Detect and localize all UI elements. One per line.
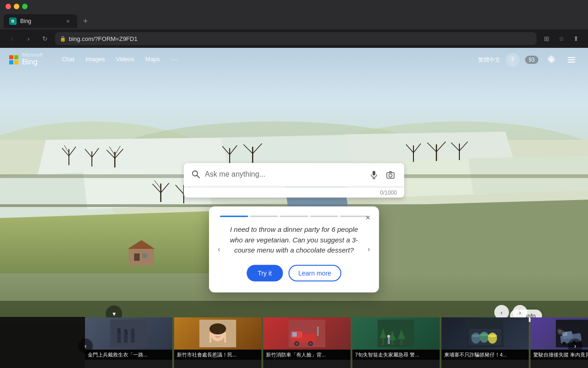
user-avatar[interactable]: 子: [506, 53, 520, 67]
settings-icon[interactable]: [544, 52, 559, 67]
nav-images-link[interactable]: Images: [81, 54, 110, 66]
svg-point-115: [480, 334, 489, 336]
news-image-4: [352, 317, 440, 350]
svg-point-82: [131, 328, 135, 332]
maximize-window-button[interactable]: [22, 4, 28, 9]
minimize-window-button[interactable]: [14, 4, 19, 9]
learn-more-button[interactable]: Learn more: [288, 264, 342, 281]
microsoft-logo-squares: [9, 55, 18, 64]
svg-point-89: [219, 331, 221, 334]
news-item-2[interactable]: 新竹市社會處長惹議！民...: [174, 317, 261, 368]
svg-point-99: [309, 342, 312, 345]
popup-next-button[interactable]: ›: [362, 243, 375, 256]
svg-rect-54: [129, 248, 154, 265]
bookmark-icon[interactable]: ☆: [555, 32, 568, 45]
reward-points[interactable]: 93: [525, 56, 538, 64]
reload-button[interactable]: ↻: [39, 32, 51, 45]
svg-point-113: [471, 334, 481, 337]
bing-brand-text: Bing: [22, 58, 43, 67]
logo-yellow-square: [14, 60, 18, 64]
carousel-next-button[interactable]: ›: [568, 339, 582, 353]
bing-logo[interactable]: Microsoft Bing: [9, 52, 43, 67]
nav-chat-link[interactable]: Chat: [57, 54, 79, 66]
svg-rect-108: [388, 337, 390, 344]
svg-point-109: [387, 335, 390, 338]
nav-maps-link[interactable]: Maps: [141, 54, 164, 66]
svg-rect-56: [134, 253, 140, 261]
reader-view-icon[interactable]: ⊞: [540, 32, 553, 45]
svg-point-66: [192, 171, 198, 176]
news-item-5[interactable]: 柬埔寨不只詐騙抓豬仔！4...: [441, 317, 529, 368]
new-tab-button[interactable]: +: [79, 15, 92, 28]
svg-point-117: [488, 334, 497, 337]
news-title-1: 金門上兵戴救生衣「一路...: [85, 350, 172, 360]
news-title-3: 新竹消防車「有人臉」背...: [263, 350, 351, 360]
svg-point-125: [557, 329, 562, 333]
search-icon: [191, 170, 200, 181]
svg-rect-81: [131, 332, 135, 343]
nav-right: 繁體中文 子 93: [478, 52, 579, 67]
search-box: [184, 163, 404, 187]
svg-point-122: [562, 342, 566, 345]
title-bar: [0, 0, 588, 13]
traffic-lights: [6, 4, 28, 9]
bing-nav: Microsoft Bing Chat Images Videos Maps ·…: [0, 48, 588, 72]
popup-card: ✕ ‹ › I need to throw a dinner party for…: [209, 207, 379, 293]
news-image-2: [174, 317, 261, 350]
address-bar: ‹ › ↻ 🔒 bing.com/?FORM=Z9FD1 ⊞ ☆ ⬆: [0, 29, 588, 48]
language-selector[interactable]: 繁體中文: [478, 56, 500, 64]
forward-button[interactable]: ›: [22, 32, 35, 45]
news-title-2: 新竹市社會處長惹議！民...: [174, 350, 261, 360]
logo-red-square: [9, 55, 13, 59]
svg-point-116: [488, 333, 497, 344]
share-icon[interactable]: ⬆: [570, 32, 582, 45]
svg-point-87: [209, 323, 226, 334]
svg-rect-61: [0, 317, 85, 368]
search-actions: [368, 169, 397, 182]
nav-videos-link[interactable]: Videos: [112, 54, 139, 66]
search-input[interactable]: [205, 169, 363, 180]
search-container: 0/1000: [184, 163, 404, 198]
news-image-5: [441, 317, 529, 350]
svg-rect-68: [373, 171, 375, 176]
popup-suggestion-text: I need to throw a dinner party for 6 peo…: [220, 224, 368, 256]
logo-blue-square: [9, 60, 13, 64]
close-window-button[interactable]: [6, 4, 11, 9]
svg-line-67: [197, 176, 199, 178]
news-item-4[interactable]: 7旬失智翁走失家屬急尋 警...: [352, 317, 440, 368]
svg-point-114: [480, 332, 489, 343]
camera-icon[interactable]: [384, 169, 397, 182]
popup-buttons: Try it Learn more: [220, 264, 368, 281]
carousel-prev-button[interactable]: ‹: [78, 339, 93, 353]
try-it-button[interactable]: Try it: [247, 264, 283, 281]
microphone-icon[interactable]: [368, 169, 380, 182]
svg-point-97: [295, 342, 298, 345]
popup-prev-button[interactable]: ‹: [213, 243, 226, 256]
news-carousel: 金門上兵戴救生衣「一路... 新竹市社會處長惹議！民...: [85, 317, 588, 368]
popup-close-button[interactable]: ✕: [362, 212, 373, 223]
news-title-4: 7旬失智翁走失家屬急尋 警...: [352, 350, 440, 360]
logo-text-area: Microsoft Bing: [22, 52, 43, 67]
char-count: 0/1000: [380, 190, 397, 196]
tab-bar: B Bing ✕ +: [0, 13, 588, 29]
menu-icon[interactable]: [564, 52, 579, 67]
active-tab[interactable]: B Bing ✕: [4, 14, 77, 28]
svg-rect-63: [568, 57, 575, 58]
back-button[interactable]: ‹: [6, 32, 18, 45]
news-title-5: 柬埔寨不只詐騙抓豬仔！4...: [441, 350, 529, 360]
svg-rect-57: [142, 253, 147, 258]
svg-rect-76: [110, 320, 147, 347]
main-content: Microsoft Bing Chat Images Videos Maps ·…: [0, 48, 588, 368]
news-item-3[interactable]: 新竹消防車「有人臉」背...: [263, 317, 351, 368]
svg-rect-100: [317, 327, 319, 336]
url-text: bing.com/?FORM=Z9FD1: [69, 35, 532, 42]
svg-point-88: [215, 331, 217, 334]
news-image-1: [85, 317, 172, 350]
tab-close-button[interactable]: ✕: [64, 17, 72, 25]
search-input-area: [205, 169, 363, 180]
url-bar[interactable]: 🔒 bing.com/?FORM=Z9FD1: [55, 32, 537, 45]
nav-more-button[interactable]: ···: [166, 54, 181, 66]
progress-step-3: [280, 216, 308, 217]
news-item-1[interactable]: 金門上兵戴救生衣「一路...: [85, 317, 172, 368]
lock-icon: 🔒: [60, 36, 66, 42]
